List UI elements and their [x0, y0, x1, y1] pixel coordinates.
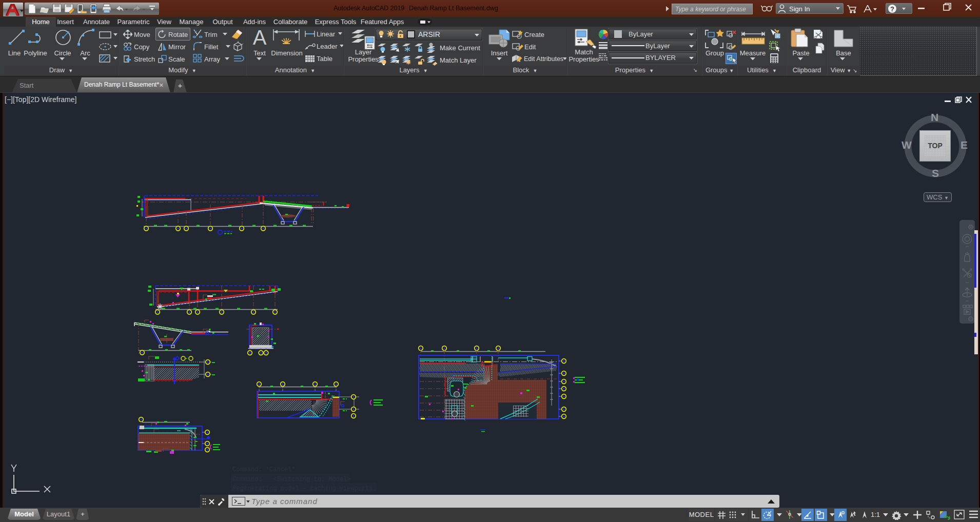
- svg-text:A: A: [253, 28, 267, 48]
- svg-text:?: ?: [890, 5, 894, 13]
